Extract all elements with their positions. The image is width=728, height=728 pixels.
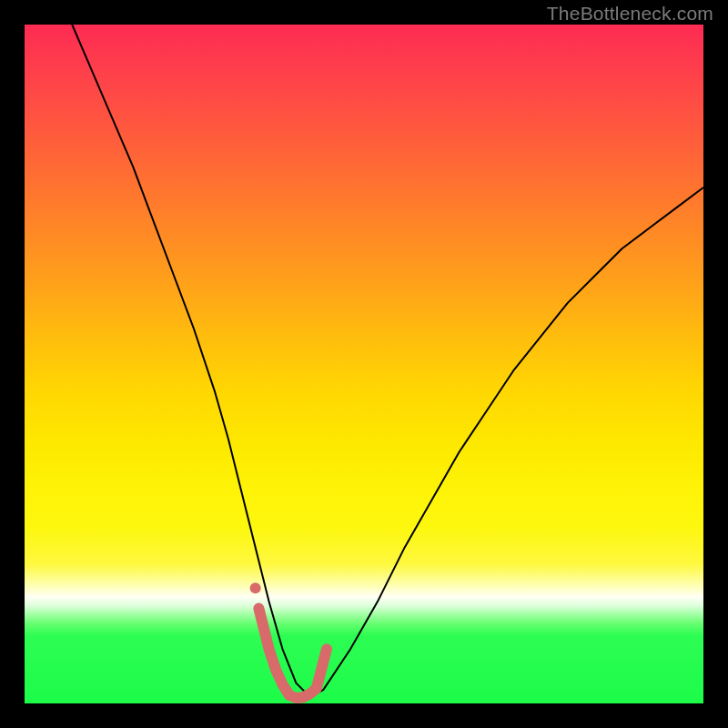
bottleneck-curve-path — [72, 25, 703, 697]
chart-svg — [25, 25, 703, 703]
svg-point-0 — [250, 582, 261, 593]
chart-frame: TheBottleneck.com — [0, 0, 728, 728]
floor-highlight-path — [258, 609, 327, 698]
floor-dot — [250, 582, 261, 593]
plot-area — [25, 25, 703, 703]
watermark-text: TheBottleneck.com — [547, 3, 713, 25]
